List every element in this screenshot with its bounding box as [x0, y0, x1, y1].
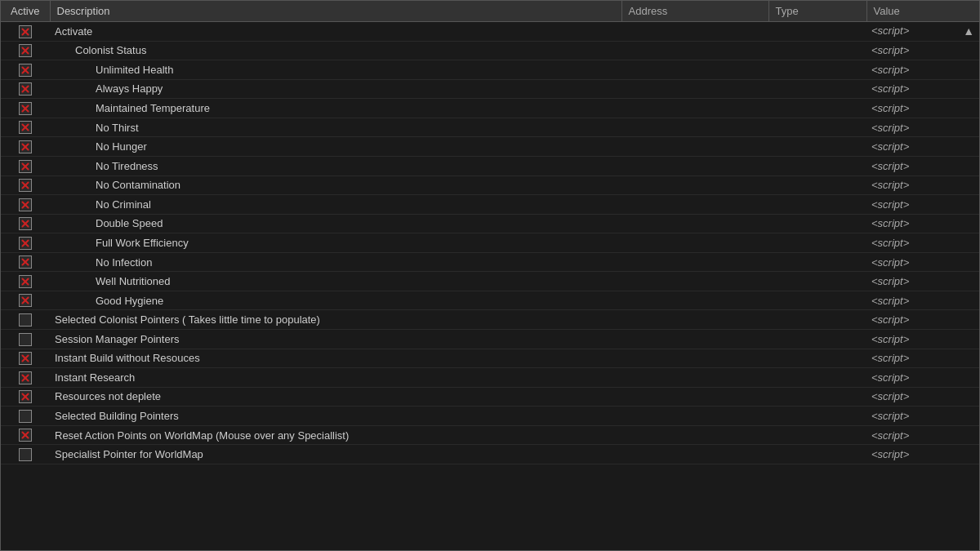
- row-address: [621, 118, 768, 137]
- row-type: [768, 330, 866, 349]
- row-type: [768, 425, 866, 445]
- table-row[interactable]: Activate<script>▲: [1, 22, 979, 42]
- row-type: [768, 176, 866, 195]
- row-address: [621, 310, 768, 330]
- row-type: [768, 99, 866, 118]
- row-value: <script>: [866, 387, 979, 407]
- row-type: [768, 252, 866, 272]
- row-address: [621, 214, 768, 233]
- header-description: Description: [50, 1, 621, 22]
- checkbox-checked[interactable]: [19, 25, 32, 38]
- row-type: [768, 368, 866, 388]
- checkbox-checked[interactable]: [19, 275, 32, 288]
- table-row[interactable]: Colonist Status<script>: [1, 41, 979, 60]
- table-row[interactable]: No Criminal<script>: [1, 195, 979, 215]
- checkbox-checked[interactable]: [19, 121, 32, 134]
- row-description: No Hunger: [50, 137, 621, 157]
- table-row[interactable]: No Hunger<script>: [1, 137, 979, 157]
- row-type: [768, 310, 866, 330]
- table-row[interactable]: No Infection<script>: [1, 252, 979, 272]
- header-address: Address: [621, 1, 768, 22]
- row-type: [768, 272, 866, 291]
- row-description: Resources not deplete: [50, 387, 621, 407]
- row-value: <script>: [866, 425, 979, 445]
- row-description: Full Work Efficiency: [50, 233, 621, 253]
- checkbox-checked[interactable]: [19, 198, 32, 211]
- row-value: <script>: [866, 272, 979, 291]
- table-row[interactable]: Specialist Pointer for WorldMap<script>: [1, 445, 979, 464]
- row-value: <script>▲: [866, 22, 979, 42]
- table-row[interactable]: Unlimited Health<script>: [1, 60, 979, 80]
- row-type: [768, 137, 866, 157]
- row-description: Specialist Pointer for WorldMap: [50, 445, 621, 464]
- table-row[interactable]: Double Speed<script>: [1, 214, 979, 233]
- row-value: <script>: [866, 195, 979, 215]
- checkbox-empty[interactable]: [19, 410, 32, 423]
- checkbox-checked[interactable]: [19, 237, 32, 250]
- row-value: <script>: [866, 214, 979, 233]
- checkbox-checked[interactable]: [19, 140, 32, 153]
- checkbox-checked[interactable]: [19, 102, 32, 115]
- row-address: [621, 272, 768, 291]
- row-value: <script>: [866, 368, 979, 388]
- row-description: No Criminal: [50, 195, 621, 215]
- row-address: [621, 22, 768, 42]
- checkbox-checked[interactable]: [19, 429, 32, 442]
- scroll-up-icon[interactable]: ▲: [963, 24, 974, 38]
- row-description: Well Nutritioned: [50, 272, 621, 291]
- checkbox-checked[interactable]: [19, 371, 32, 384]
- table-row[interactable]: Well Nutritioned<script>: [1, 272, 979, 291]
- checkbox-checked[interactable]: [19, 179, 32, 192]
- cheat-table[interactable]: Active Description Address Type Value Ac…: [0, 0, 980, 551]
- row-address: [621, 99, 768, 118]
- table-row[interactable]: Always Happy<script>: [1, 79, 979, 99]
- table-row[interactable]: Full Work Efficiency<script>: [1, 233, 979, 253]
- checkbox-checked[interactable]: [19, 217, 32, 230]
- checkbox-checked[interactable]: [19, 64, 32, 77]
- table-row[interactable]: Selected Building Pointers<script>: [1, 407, 979, 426]
- table-row[interactable]: No Contamination<script>: [1, 176, 979, 195]
- table-row[interactable]: Resources not deplete<script>: [1, 387, 979, 407]
- row-type: [768, 118, 866, 137]
- row-address: [621, 349, 768, 368]
- row-description: Unlimited Health: [50, 60, 621, 80]
- checkbox-empty[interactable]: [19, 313, 32, 327]
- checkbox-checked[interactable]: [19, 352, 32, 365]
- table-row[interactable]: Selected Colonist Pointers ( Takes littl…: [1, 310, 979, 330]
- row-value: <script>: [866, 233, 979, 253]
- checkbox-checked[interactable]: [19, 160, 32, 173]
- header-type: Type: [768, 1, 866, 22]
- row-address: [621, 137, 768, 157]
- row-value: <script>: [866, 291, 979, 310]
- table-row[interactable]: Good Hygiene<script>: [1, 291, 979, 310]
- row-address: [621, 445, 768, 464]
- checkbox-checked[interactable]: [19, 82, 32, 96]
- table-row[interactable]: Maintained Temperature<script>: [1, 99, 979, 118]
- row-type: [768, 291, 866, 310]
- row-type: [768, 349, 866, 368]
- table-row[interactable]: No Tiredness<script>: [1, 156, 979, 176]
- row-type: [768, 387, 866, 407]
- table-row[interactable]: Reset Action Points on WorldMap (Mouse o…: [1, 425, 979, 445]
- checkbox-checked[interactable]: [19, 294, 32, 307]
- row-address: [621, 79, 768, 99]
- row-type: [768, 41, 866, 60]
- row-address: [621, 60, 768, 80]
- row-value: <script>: [866, 349, 979, 368]
- row-value: <script>: [866, 407, 979, 426]
- row-description: Instant Research: [50, 368, 621, 388]
- table-row[interactable]: Instant Research<script>: [1, 368, 979, 388]
- checkbox-checked[interactable]: [19, 256, 32, 269]
- checkbox-checked[interactable]: [19, 44, 32, 57]
- table-row[interactable]: No Thirst<script>: [1, 118, 979, 137]
- checkbox-checked[interactable]: [19, 390, 32, 403]
- row-value: <script>: [866, 60, 979, 80]
- row-value: <script>: [866, 330, 979, 349]
- row-value: <script>: [866, 310, 979, 330]
- table-row[interactable]: Session Manager Pointers<script>: [1, 330, 979, 349]
- table-row[interactable]: Instant Build without Resouces<script>: [1, 349, 979, 368]
- row-address: [621, 407, 768, 426]
- row-type: [768, 445, 866, 464]
- checkbox-empty[interactable]: [19, 448, 32, 461]
- checkbox-empty[interactable]: [19, 333, 32, 346]
